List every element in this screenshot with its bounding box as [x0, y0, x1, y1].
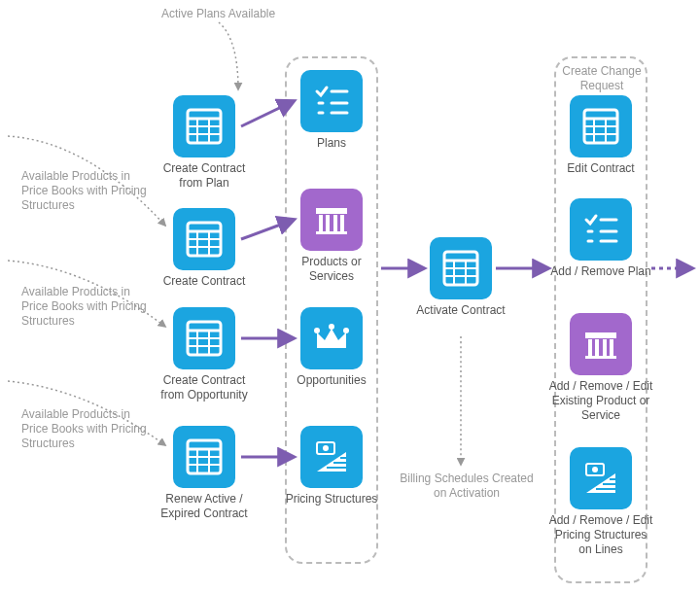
- annotation-active-plans: Active Plans Available: [161, 7, 317, 21]
- label-edit-contract: Edit Contract: [547, 161, 654, 176]
- tile-plans: [300, 70, 363, 132]
- tile-opportunities: [300, 307, 363, 369]
- annotation-avail-3: Available Products in Price Books with P…: [21, 407, 148, 451]
- spreadsheet-icon: [185, 107, 224, 146]
- svg-rect-61: [588, 339, 592, 356]
- tile-products-services: [300, 189, 363, 251]
- tile-pricing-structures: [300, 426, 363, 488]
- label-add-remove-pricing: Add / Remove / Edit Pricing Structures o…: [547, 513, 654, 557]
- label-plans: Plans: [278, 136, 385, 151]
- svg-rect-64: [610, 339, 613, 356]
- spreadsheet-icon: [185, 220, 224, 259]
- svg-rect-62: [595, 339, 599, 356]
- spreadsheet-icon: [441, 249, 480, 288]
- label-create-contract: Create Contract: [151, 274, 258, 289]
- label-pricing-structures: Pricing Structures: [278, 492, 385, 507]
- building-icon: [581, 325, 620, 364]
- svg-rect-63: [603, 339, 607, 356]
- annotation-avail-1: Available Products in Price Books with P…: [21, 169, 148, 213]
- building-icon: [312, 200, 351, 239]
- tile-activate-contract: [430, 237, 492, 299]
- svg-rect-30: [319, 215, 323, 231]
- svg-rect-34: [316, 231, 347, 234]
- label-create-contract-from-plan: Create Contract from Plan: [151, 161, 258, 191]
- spreadsheet-icon: [581, 107, 620, 146]
- svg-rect-60: [585, 332, 616, 338]
- svg-rect-33: [340, 215, 344, 231]
- crown-icon: [312, 319, 351, 358]
- tile-add-remove-plan: [570, 198, 632, 261]
- annotation-change-request: Create Change Request: [561, 64, 643, 93]
- svg-point-67: [592, 467, 598, 472]
- pricing-icon: [312, 437, 351, 476]
- svg-rect-32: [333, 215, 337, 231]
- label-create-contract-from-opportunity: Create Contract from Opportunity: [151, 373, 258, 402]
- label-activate-contract: Activate Contract: [407, 303, 514, 318]
- label-opportunities: Opportunities: [278, 373, 385, 388]
- tile-edit-contract: [570, 95, 632, 157]
- svg-point-39: [323, 445, 329, 451]
- pricing-icon: [581, 459, 620, 498]
- tile-renew-contract: [173, 426, 235, 488]
- svg-point-36: [329, 324, 334, 330]
- tile-create-contract: [173, 208, 235, 270]
- label-products-services: Products or Services: [278, 255, 385, 284]
- tile-create-contract-from-opportunity: [173, 307, 235, 369]
- tile-create-contract-from-plan: [173, 95, 235, 157]
- spreadsheet-icon: [185, 437, 224, 476]
- label-add-remove-plan: Add / Remove Plan: [547, 264, 654, 279]
- tile-add-remove-pricing: [570, 447, 632, 509]
- svg-point-37: [343, 328, 349, 333]
- annotation-billing: Billing Schedules Created on Activation: [394, 472, 540, 501]
- svg-rect-31: [326, 215, 330, 231]
- label-renew-contract: Renew Active / Expired Contract: [151, 492, 258, 521]
- spreadsheet-icon: [185, 319, 224, 358]
- svg-point-35: [314, 328, 320, 333]
- checklist-icon: [581, 210, 620, 249]
- svg-rect-29: [316, 208, 347, 214]
- label-add-remove-product: Add / Remove / Edit Existing Product or …: [547, 379, 654, 423]
- checklist-icon: [312, 82, 351, 121]
- annotation-avail-2: Available Products in Price Books with P…: [21, 285, 148, 329]
- svg-rect-65: [585, 356, 616, 359]
- tile-add-remove-product: [570, 313, 632, 375]
